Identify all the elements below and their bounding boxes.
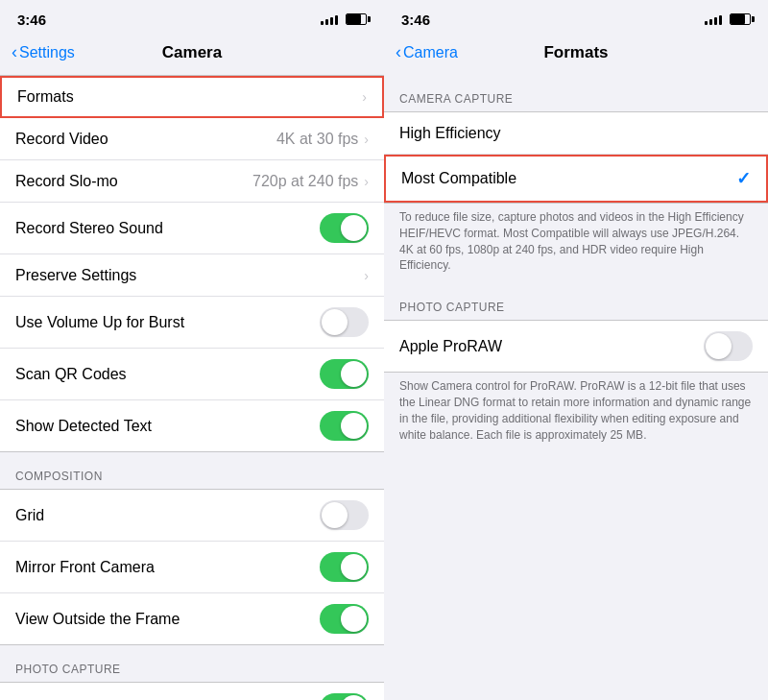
photo-capture-section-right: PHOTO CAPTURE Apple ProRAW Show Camera c… xyxy=(384,283,768,452)
back-chevron-right: ‹ xyxy=(396,42,401,62)
most-compatible-checkmark: ✓ xyxy=(736,168,751,189)
grid-label: Grid xyxy=(15,507,44,524)
composition-list: Grid Mirror Front Camera View Outside th… xyxy=(0,489,384,645)
main-settings-list: Formats › Record Video 4K at 30 fps › Re… xyxy=(0,75,384,452)
photo-capture-section-left: PHOTO CAPTURE Scene Detection Automatica… xyxy=(0,645,384,700)
high-efficiency-option[interactable]: High Efficiency xyxy=(384,112,768,155)
formats-value: › xyxy=(362,89,367,105)
record-stereo-label: Record Stereo Sound xyxy=(15,220,163,237)
grid-toggle[interactable] xyxy=(320,500,369,530)
formats-label: Formats xyxy=(17,88,74,106)
preserve-chevron: › xyxy=(364,268,369,283)
view-outside-toggle[interactable] xyxy=(320,604,369,634)
record-video-value: 4K at 30 fps › xyxy=(276,131,369,148)
right-panel: 3:46 ‹ Camera Formats CAMERA CAPTURE xyxy=(384,0,768,700)
volume-burst-toggle[interactable] xyxy=(320,307,369,337)
record-video-label: Record Video xyxy=(15,131,108,148)
scan-qr-toggle[interactable] xyxy=(320,359,369,389)
nav-bar-right: ‹ Camera Formats xyxy=(384,35,768,75)
grid-row: Grid xyxy=(0,490,384,542)
back-label-left: Settings xyxy=(19,44,75,61)
photo-capture-note-right: Show Camera control for ProRAW. ProRAW i… xyxy=(384,373,768,452)
record-slomo-label: Record Slo-mo xyxy=(15,173,118,190)
status-time-left: 3:46 xyxy=(17,12,46,28)
mirror-front-label: Mirror Front Camera xyxy=(15,559,155,576)
apple-proraw-row: Apple ProRAW xyxy=(384,321,768,372)
preserve-settings-label: Preserve Settings xyxy=(15,267,136,284)
camera-capture-list: High Efficiency Most Compatible ✓ xyxy=(384,111,768,204)
right-content: CAMERA CAPTURE High Efficiency Most Comp… xyxy=(384,75,768,700)
signal-icon-right xyxy=(705,13,722,25)
page-title-left: Camera xyxy=(162,43,222,62)
view-outside-row: View Outside the Frame xyxy=(0,593,384,644)
mirror-front-row: Mirror Front Camera xyxy=(0,542,384,593)
apple-proraw-label: Apple ProRAW xyxy=(399,338,502,355)
record-slomo-chevron: › xyxy=(364,174,369,189)
most-compatible-label: Most Compatible xyxy=(401,170,516,187)
composition-section: COMPOSITION Grid Mirror Front Camera xyxy=(0,452,384,645)
left-panel: 3:46 ‹ Settings Camera Formats xyxy=(0,0,384,700)
photo-capture-label-left: PHOTO CAPTURE xyxy=(0,645,384,682)
volume-burst-label: Use Volume Up for Burst xyxy=(15,314,184,331)
back-button-right[interactable]: ‹ Camera xyxy=(396,43,458,62)
record-stereo-row: Record Stereo Sound xyxy=(0,203,384,254)
back-chevron-left: ‹ xyxy=(12,42,17,62)
status-bar-right: 3:46 xyxy=(384,0,768,35)
battery-icon xyxy=(346,13,367,25)
high-efficiency-label: High Efficiency xyxy=(399,125,501,142)
status-time-right: 3:46 xyxy=(401,12,430,28)
photo-capture-list: Scene Detection xyxy=(0,682,384,700)
scene-detection-toggle[interactable] xyxy=(320,693,369,700)
mirror-front-toggle[interactable] xyxy=(320,552,369,582)
record-video-chevron: › xyxy=(364,132,369,147)
record-video-row[interactable]: Record Video 4K at 30 fps › xyxy=(0,118,384,160)
scan-qr-row: Scan QR Codes xyxy=(0,349,384,400)
photo-capture-label-right: PHOTO CAPTURE xyxy=(384,283,768,320)
formats-row[interactable]: Formats › xyxy=(0,76,384,118)
scene-detection-row: Scene Detection xyxy=(0,683,384,700)
camera-capture-section: CAMERA CAPTURE High Efficiency Most Comp… xyxy=(384,75,768,283)
status-icons-right xyxy=(705,13,751,25)
show-detected-row: Show Detected Text xyxy=(0,400,384,451)
status-bar-left: 3:46 xyxy=(0,0,384,35)
preserve-settings-row[interactable]: Preserve Settings › xyxy=(0,254,384,297)
preserve-settings-value: › xyxy=(364,268,369,283)
apple-proraw-toggle[interactable] xyxy=(704,331,753,361)
nav-bar-left: ‹ Settings Camera xyxy=(0,35,384,75)
page-title-right: Formats xyxy=(543,43,608,62)
left-content: Formats › Record Video 4K at 30 fps › Re… xyxy=(0,75,384,700)
scan-qr-label: Scan QR Codes xyxy=(15,366,127,383)
record-stereo-toggle[interactable] xyxy=(320,213,369,243)
photo-capture-list-right: Apple ProRAW xyxy=(384,320,768,373)
volume-burst-row: Use Volume Up for Burst xyxy=(0,297,384,349)
back-button-left[interactable]: ‹ Settings xyxy=(12,43,75,62)
camera-capture-label: CAMERA CAPTURE xyxy=(384,75,768,111)
formats-chevron: › xyxy=(362,89,367,105)
record-slomo-row[interactable]: Record Slo-mo 720p at 240 fps › xyxy=(0,160,384,203)
camera-capture-note: To reduce file size, capture photos and … xyxy=(384,204,768,283)
back-label-right: Camera xyxy=(403,44,458,61)
composition-label: COMPOSITION xyxy=(0,452,384,489)
show-detected-label: Show Detected Text xyxy=(15,418,152,435)
most-compatible-option[interactable]: Most Compatible ✓ xyxy=(384,155,768,203)
battery-icon-right xyxy=(730,13,751,25)
record-slomo-value: 720p at 240 fps › xyxy=(252,173,369,190)
status-icons-left xyxy=(321,13,367,25)
signal-icon xyxy=(321,13,338,25)
show-detected-toggle[interactable] xyxy=(320,411,369,441)
view-outside-label: View Outside the Frame xyxy=(15,611,180,628)
